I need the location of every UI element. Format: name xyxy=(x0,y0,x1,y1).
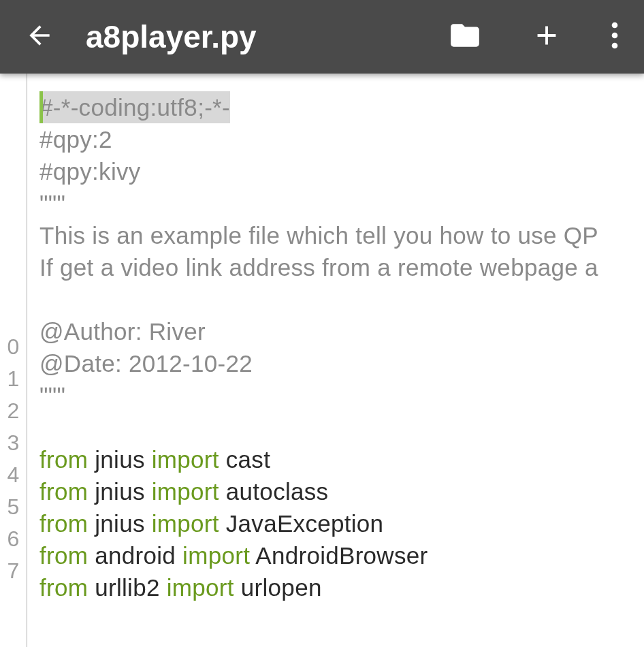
code-line[interactable]: from android import AndroidBrowser xyxy=(39,539,632,571)
more-menu-button[interactable] xyxy=(611,21,618,52)
line-number-gutter: 0 1 2 3 4 5 6 7 xyxy=(0,74,27,647)
code-line[interactable] xyxy=(39,411,632,443)
code-line[interactable]: from jnius import JavaException xyxy=(39,507,632,539)
code-line[interactable]: #qpy:kivy xyxy=(39,155,632,187)
code-line[interactable]: """ xyxy=(39,379,632,411)
svg-point-0 xyxy=(612,22,618,29)
line-number: 2 xyxy=(0,395,27,427)
code-line[interactable]: from jnius import cast xyxy=(39,443,632,475)
line-number: 0 xyxy=(0,331,27,363)
svg-point-1 xyxy=(612,33,618,39)
folder-button[interactable] xyxy=(448,18,482,55)
text-cursor xyxy=(39,91,43,123)
plus-icon xyxy=(531,20,562,51)
line-number: 1 xyxy=(0,363,27,395)
toolbar-right xyxy=(448,18,618,55)
line-number: 6 xyxy=(0,523,27,555)
code-line[interactable]: This is an example file which tell you h… xyxy=(39,219,632,251)
line-number: 4 xyxy=(0,459,27,491)
code-line[interactable]: @Date: 2012-10-22 xyxy=(39,347,632,379)
editor-area: 0 1 2 3 4 5 6 7 #-*-coding:utf8;-*-#qpy:… xyxy=(0,74,644,647)
add-button[interactable] xyxy=(531,20,562,54)
code-line[interactable] xyxy=(39,283,632,315)
code-line[interactable]: If get a video link address from a remot… xyxy=(39,251,632,283)
code-line[interactable]: @Author: River xyxy=(39,315,632,347)
code-editor[interactable]: #-*-coding:utf8;-*-#qpy:2#qpy:kivy"""Thi… xyxy=(27,74,644,647)
app-toolbar: a8player.py xyxy=(0,0,644,74)
line-number: 7 xyxy=(0,555,27,587)
line-number: 3 xyxy=(0,427,27,459)
code-line[interactable]: #qpy:2 xyxy=(39,123,632,155)
svg-point-2 xyxy=(612,43,618,49)
code-line[interactable]: #-*-coding:utf8;-*- xyxy=(39,91,632,123)
toolbar-left: a8player.py xyxy=(19,15,448,59)
line-number: 5 xyxy=(0,491,27,523)
code-line[interactable]: from jnius import autoclass xyxy=(39,475,632,507)
back-arrow-icon xyxy=(25,20,54,50)
more-vert-icon xyxy=(611,21,618,50)
back-button[interactable] xyxy=(19,15,60,59)
code-line[interactable]: """ xyxy=(39,187,632,219)
code-line[interactable]: from urllib2 import urlopen xyxy=(39,571,632,603)
file-title: a8player.py xyxy=(86,18,257,55)
folder-icon xyxy=(448,18,482,52)
